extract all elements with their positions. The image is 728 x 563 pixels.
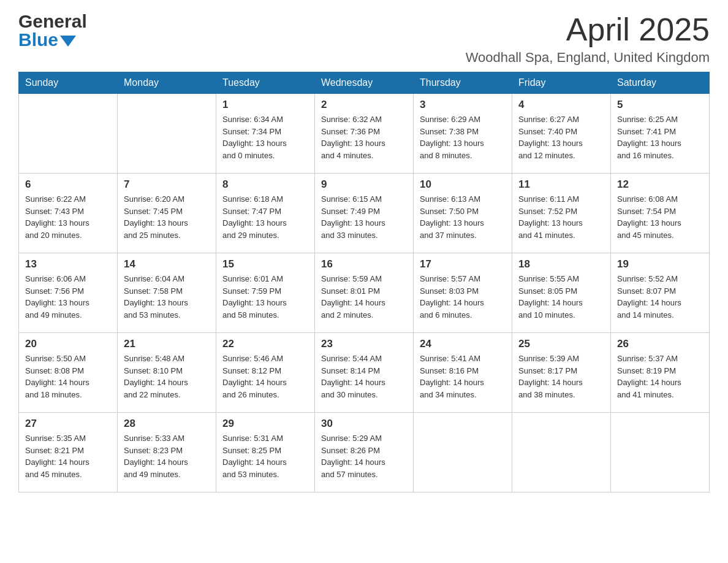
calendar-cell: 27Sunrise: 5:35 AM Sunset: 8:21 PM Dayli… [19,413,118,492]
day-info: Sunrise: 6:01 AM Sunset: 7:59 PM Dayligh… [222,273,308,321]
calendar-cell [19,94,118,174]
day-number: 22 [222,338,308,350]
day-info: Sunrise: 6:18 AM Sunset: 7:47 PM Dayligh… [222,193,308,241]
day-info: Sunrise: 5:46 AM Sunset: 8:12 PM Dayligh… [222,353,308,400]
calendar-cell: 6Sunrise: 6:22 AM Sunset: 7:43 PM Daylig… [19,174,118,253]
calendar-cell: 4Sunrise: 6:27 AM Sunset: 7:40 PM Daylig… [512,94,611,174]
day-info: Sunrise: 6:27 AM Sunset: 7:40 PM Dayligh… [518,113,604,161]
day-info: Sunrise: 5:31 AM Sunset: 8:25 PM Dayligh… [222,432,308,480]
day-info: Sunrise: 5:41 AM Sunset: 8:16 PM Dayligh… [420,353,506,400]
weekday-header-saturday: Saturday [611,72,710,94]
day-info: Sunrise: 5:35 AM Sunset: 8:21 PM Dayligh… [25,432,111,480]
day-number: 10 [420,178,506,191]
day-info: Sunrise: 5:57 AM Sunset: 8:03 PM Dayligh… [420,273,506,321]
day-info: Sunrise: 6:34 AM Sunset: 7:34 PM Dayligh… [222,113,308,161]
day-number: 15 [222,258,308,270]
calendar-cell: 23Sunrise: 5:44 AM Sunset: 8:14 PM Dayli… [315,333,414,413]
day-number: 28 [124,418,210,430]
day-number: 9 [321,178,407,191]
calendar-subtitle: Woodhall Spa, England, United Kingdom [466,50,710,66]
calendar-cell: 2Sunrise: 6:32 AM Sunset: 7:36 PM Daylig… [315,94,414,174]
calendar-cell: 5Sunrise: 6:25 AM Sunset: 7:41 PM Daylig… [611,94,710,174]
calendar-cell: 1Sunrise: 6:34 AM Sunset: 7:34 PM Daylig… [216,94,315,174]
week-row-4: 20Sunrise: 5:50 AM Sunset: 8:08 PM Dayli… [19,333,710,413]
calendar-cell: 26Sunrise: 5:37 AM Sunset: 8:19 PM Dayli… [611,333,710,413]
day-number: 13 [25,258,111,270]
day-info: Sunrise: 6:11 AM Sunset: 7:52 PM Dayligh… [518,193,604,241]
day-number: 6 [25,178,111,191]
calendar-title: April 2025 [466,12,710,47]
day-number: 17 [420,258,506,270]
calendar-cell: 24Sunrise: 5:41 AM Sunset: 8:16 PM Dayli… [414,333,512,413]
calendar-cell: 3Sunrise: 6:29 AM Sunset: 7:38 PM Daylig… [414,94,512,174]
day-info: Sunrise: 6:32 AM Sunset: 7:36 PM Dayligh… [321,113,407,161]
day-number: 8 [222,178,308,191]
calendar-cell: 11Sunrise: 6:11 AM Sunset: 7:52 PM Dayli… [512,174,611,253]
day-number: 12 [617,178,703,191]
calendar-cell: 15Sunrise: 6:01 AM Sunset: 7:59 PM Dayli… [216,253,315,333]
calendar-cell: 21Sunrise: 5:48 AM Sunset: 8:10 PM Dayli… [118,333,216,413]
day-info: Sunrise: 6:13 AM Sunset: 7:50 PM Dayligh… [420,193,506,241]
weekday-header-tuesday: Tuesday [216,72,315,94]
day-number: 14 [124,258,210,270]
day-number: 7 [124,178,210,191]
calendar-cell: 13Sunrise: 6:06 AM Sunset: 7:56 PM Dayli… [19,253,118,333]
day-info: Sunrise: 6:20 AM Sunset: 7:45 PM Dayligh… [124,193,210,241]
week-row-1: 1Sunrise: 6:34 AM Sunset: 7:34 PM Daylig… [19,94,710,174]
day-number: 30 [321,418,407,430]
day-info: Sunrise: 6:15 AM Sunset: 7:49 PM Dayligh… [321,193,407,241]
week-row-5: 27Sunrise: 5:35 AM Sunset: 8:21 PM Dayli… [19,413,710,492]
day-number: 18 [518,258,604,270]
day-info: Sunrise: 6:22 AM Sunset: 7:43 PM Dayligh… [25,193,111,241]
logo-blue-text: Blue [18,31,58,49]
calendar-table: SundayMondayTuesdayWednesdayThursdayFrid… [18,72,710,492]
day-number: 1 [222,99,308,111]
day-number: 24 [420,338,506,350]
weekday-header-monday: Monday [118,72,216,94]
calendar-cell [414,413,512,492]
day-info: Sunrise: 5:50 AM Sunset: 8:08 PM Dayligh… [25,353,111,400]
day-number: 21 [124,338,210,350]
day-number: 11 [518,178,604,191]
week-row-2: 6Sunrise: 6:22 AM Sunset: 7:43 PM Daylig… [19,174,710,253]
calendar-cell: 10Sunrise: 6:13 AM Sunset: 7:50 PM Dayli… [414,174,512,253]
page-header: General Blue April 2025 Woodhall Spa, En… [18,12,710,66]
day-info: Sunrise: 6:06 AM Sunset: 7:56 PM Dayligh… [25,273,111,321]
calendar-cell: 20Sunrise: 5:50 AM Sunset: 8:08 PM Dayli… [19,333,118,413]
day-info: Sunrise: 5:59 AM Sunset: 8:01 PM Dayligh… [321,273,407,321]
day-number: 16 [321,258,407,270]
day-number: 4 [518,99,604,111]
calendar-cell: 14Sunrise: 6:04 AM Sunset: 7:58 PM Dayli… [118,253,216,333]
day-number: 20 [25,338,111,350]
day-info: Sunrise: 5:33 AM Sunset: 8:23 PM Dayligh… [124,432,210,480]
logo-general-text: General [18,12,87,31]
logo: General Blue [18,12,87,49]
weekday-header-thursday: Thursday [414,72,512,94]
day-number: 3 [420,99,506,111]
title-section: April 2025 Woodhall Spa, England, United… [466,12,710,66]
calendar-cell: 30Sunrise: 5:29 AM Sunset: 8:26 PM Dayli… [315,413,414,492]
weekday-header-sunday: Sunday [19,72,118,94]
day-info: Sunrise: 6:29 AM Sunset: 7:38 PM Dayligh… [420,113,506,161]
day-info: Sunrise: 5:37 AM Sunset: 8:19 PM Dayligh… [617,353,703,400]
day-info: Sunrise: 6:04 AM Sunset: 7:58 PM Dayligh… [124,273,210,321]
day-info: Sunrise: 6:08 AM Sunset: 7:54 PM Dayligh… [617,193,703,241]
day-number: 27 [25,418,111,430]
day-number: 5 [617,99,703,111]
day-number: 25 [518,338,604,350]
calendar-cell: 17Sunrise: 5:57 AM Sunset: 8:03 PM Dayli… [414,253,512,333]
day-info: Sunrise: 5:29 AM Sunset: 8:26 PM Dayligh… [321,432,407,480]
week-row-3: 13Sunrise: 6:06 AM Sunset: 7:56 PM Dayli… [19,253,710,333]
calendar-cell: 25Sunrise: 5:39 AM Sunset: 8:17 PM Dayli… [512,333,611,413]
calendar-cell [118,94,216,174]
calendar-cell: 7Sunrise: 6:20 AM Sunset: 7:45 PM Daylig… [118,174,216,253]
calendar-cell: 16Sunrise: 5:59 AM Sunset: 8:01 PM Dayli… [315,253,414,333]
day-number: 26 [617,338,703,350]
day-number: 23 [321,338,407,350]
day-info: Sunrise: 5:52 AM Sunset: 8:07 PM Dayligh… [617,273,703,321]
weekday-header-row: SundayMondayTuesdayWednesdayThursdayFrid… [19,72,710,94]
calendar-cell: 18Sunrise: 5:55 AM Sunset: 8:05 PM Dayli… [512,253,611,333]
calendar-cell: 8Sunrise: 6:18 AM Sunset: 7:47 PM Daylig… [216,174,315,253]
calendar-cell: 9Sunrise: 6:15 AM Sunset: 7:49 PM Daylig… [315,174,414,253]
day-info: Sunrise: 5:48 AM Sunset: 8:10 PM Dayligh… [124,353,210,400]
